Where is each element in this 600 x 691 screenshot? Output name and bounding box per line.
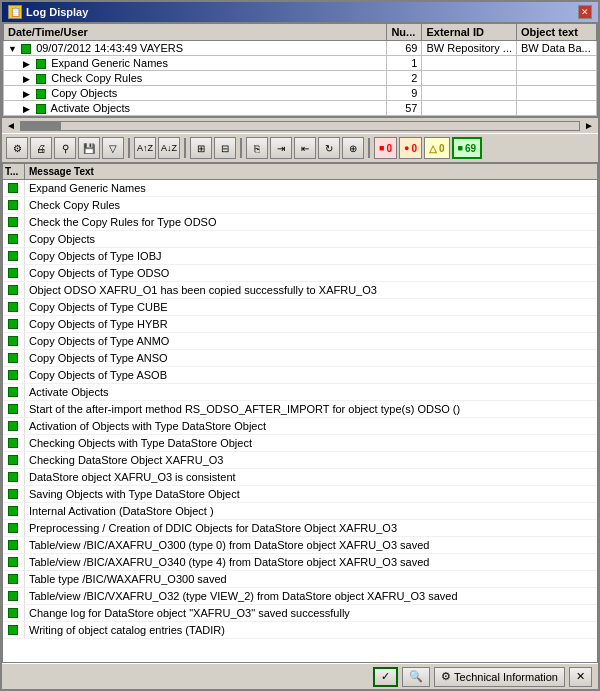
log-row[interactable]: Copy Objects of Type IOBJ xyxy=(3,248,597,265)
log-row[interactable]: Start of the after-import method RS_ODSO… xyxy=(3,401,597,418)
log-message: Check the Copy Rules for Type ODSO xyxy=(25,215,597,229)
log-row[interactable]: Table type /BIC/WAXAFRU_O300 saved xyxy=(3,571,597,588)
log-status-icon xyxy=(8,387,18,397)
log-type-cell xyxy=(3,622,25,638)
row-objtext xyxy=(517,86,597,101)
table-scrollbar[interactable]: ◄ ► xyxy=(2,117,598,133)
log-row[interactable]: Copy Objects of Type ANSO xyxy=(3,350,597,367)
copy-button[interactable]: ⎘ xyxy=(246,137,268,159)
table-row[interactable]: ▶ Check Copy Rules 2 xyxy=(4,71,597,86)
log-type-cell xyxy=(3,588,25,604)
log-type-cell xyxy=(3,401,25,417)
log-scroll-area[interactable]: Expand Generic NamesCheck Copy RulesChec… xyxy=(3,180,597,662)
status-icon xyxy=(21,44,31,54)
log-type-cell xyxy=(3,316,25,332)
log-message: Change log for DataStore object "XAFRU_O… xyxy=(25,606,597,620)
tech-info-label: Technical Information xyxy=(454,671,558,683)
export-button[interactable]: ⇥ xyxy=(270,137,292,159)
sort-asc-button[interactable]: A↑Z xyxy=(134,137,156,159)
find-button[interactable]: ⚲ xyxy=(54,137,76,159)
log-message: Expand Generic Names xyxy=(25,181,597,195)
close-button[interactable]: ✕ xyxy=(569,667,592,687)
row-extid xyxy=(422,86,517,101)
log-status-icon xyxy=(8,625,18,635)
success-count: 69 xyxy=(465,143,476,154)
expand-icon[interactable]: ▶ xyxy=(23,89,33,99)
warning-status-button[interactable]: △ 0 xyxy=(424,137,450,159)
collapse-all-button[interactable]: ⊟ xyxy=(214,137,236,159)
expand-icon[interactable]: ▶ xyxy=(23,104,33,114)
log-row[interactable]: Copy Objects of Type CUBE xyxy=(3,299,597,316)
log-row[interactable]: Check Copy Rules xyxy=(3,197,597,214)
scroll-track[interactable] xyxy=(20,121,580,131)
scroll-right-btn[interactable]: ► xyxy=(580,120,598,131)
log-row[interactable]: Expand Generic Names xyxy=(3,180,597,197)
row-extid xyxy=(422,71,517,86)
search-icon: 🔍 xyxy=(409,670,423,683)
log-message: DataStore object XAFRU_O3 is consistent xyxy=(25,470,597,484)
sort-desc-button[interactable]: A↓Z xyxy=(158,137,180,159)
log-row[interactable]: Check the Copy Rules for Type ODSO xyxy=(3,214,597,231)
log-type-cell xyxy=(3,282,25,298)
log-area: T... Message Text Expand Generic NamesCh… xyxy=(2,163,598,663)
success-status-button[interactable]: ■ 69 xyxy=(452,137,483,159)
main-window: 📋 Log Display ✕ Date/Time/User Nu... Ext… xyxy=(0,0,600,691)
log-row[interactable]: Checking DataStore Object XAFRU_O3 xyxy=(3,452,597,469)
expand-all-button[interactable]: ⊞ xyxy=(190,137,212,159)
log-row[interactable]: Change log for DataStore object "XAFRU_O… xyxy=(3,605,597,622)
log-row[interactable]: Internal Activation (DataStore Object ) xyxy=(3,503,597,520)
tree-table: Date/Time/User Nu... External ID Object … xyxy=(2,22,598,117)
log-message: Internal Activation (DataStore Object ) xyxy=(25,504,597,518)
table-row[interactable]: ▶ Activate Objects 57 xyxy=(4,101,597,116)
log-row[interactable]: Table/view /BIC/AXAFRU_O300 (type 0) fro… xyxy=(3,537,597,554)
log-message: Copy Objects of Type CUBE xyxy=(25,300,597,314)
log-row[interactable]: Object ODSO XAFRU_O1 has been copied suc… xyxy=(3,282,597,299)
toolbar-separator-2 xyxy=(184,138,186,158)
expand-icon[interactable]: ▼ xyxy=(8,44,18,54)
log-row[interactable]: Preprocessing / Creation of DDIC Objects… xyxy=(3,520,597,537)
refresh-button[interactable]: ↻ xyxy=(318,137,340,159)
log-row[interactable]: Copy Objects of Type HYBR xyxy=(3,316,597,333)
search-bottom-button[interactable]: 🔍 xyxy=(402,667,430,687)
filter-button[interactable]: ▽ xyxy=(102,137,124,159)
table-row[interactable]: ▶ Copy Objects 9 xyxy=(4,86,597,101)
tech-info-button[interactable]: ⚙ Technical Information xyxy=(434,667,565,687)
import-button[interactable]: ⇤ xyxy=(294,137,316,159)
log-type-cell xyxy=(3,503,25,519)
expand-icon[interactable]: ▶ xyxy=(23,59,33,69)
log-row[interactable]: Activation of Objects with Type DataStor… xyxy=(3,418,597,435)
settings-button[interactable]: ⚙ xyxy=(6,137,28,159)
scroll-left-btn[interactable]: ◄ xyxy=(2,120,20,131)
log-row[interactable]: Checking Objects with Type DataStore Obj… xyxy=(3,435,597,452)
table-row[interactable]: ▼ 09/07/2012 14:43:49 VAYERS 69 BW Repos… xyxy=(4,41,597,56)
log-row[interactable]: Table/view /BIC/AXAFRU_O340 (type 4) fro… xyxy=(3,554,597,571)
save-button[interactable]: 💾 xyxy=(78,137,100,159)
log-row[interactable]: Copy Objects of Type ASOB xyxy=(3,367,597,384)
scroll-thumb[interactable] xyxy=(21,122,61,130)
log-row[interactable]: DataStore object XAFRU_O3 is consistent xyxy=(3,469,597,486)
log-status-icon xyxy=(8,523,18,533)
log-type-cell xyxy=(3,180,25,196)
log-message: Preprocessing / Creation of DDIC Objects… xyxy=(25,521,597,535)
log-row[interactable]: Table/view /BIC/VXAFRU_O32 (type VIEW_2)… xyxy=(3,588,597,605)
log-message: Table/view /BIC/AXAFRU_O340 (type 4) fro… xyxy=(25,555,597,569)
log-row[interactable]: Writing of object catalog entries (TADIR… xyxy=(3,622,597,639)
extra-button[interactable]: ⊕ xyxy=(342,137,364,159)
ok-button[interactable]: ✓ xyxy=(373,667,398,687)
stop-status-button[interactable]: ■ 0 xyxy=(374,137,397,159)
log-type-cell xyxy=(3,469,25,485)
log-row[interactable]: Saving Objects with Type DataStore Objec… xyxy=(3,486,597,503)
log-message: Activate Objects xyxy=(25,385,597,399)
log-row[interactable]: Copy Objects of Type ODSO xyxy=(3,265,597,282)
log-row[interactable]: Copy Objects xyxy=(3,231,597,248)
log-message: Copy Objects of Type HYBR xyxy=(25,317,597,331)
close-window-button[interactable]: ✕ xyxy=(578,5,592,19)
error-status-button[interactable]: ● 0 xyxy=(399,137,422,159)
row-num: 69 xyxy=(387,41,422,56)
log-type-cell xyxy=(3,265,25,281)
log-row[interactable]: Activate Objects xyxy=(3,384,597,401)
print-button[interactable]: 🖨 xyxy=(30,137,52,159)
expand-icon[interactable]: ▶ xyxy=(23,74,33,84)
table-row[interactable]: ▶ Expand Generic Names 1 xyxy=(4,56,597,71)
log-row[interactable]: Copy Objects of Type ANMO xyxy=(3,333,597,350)
